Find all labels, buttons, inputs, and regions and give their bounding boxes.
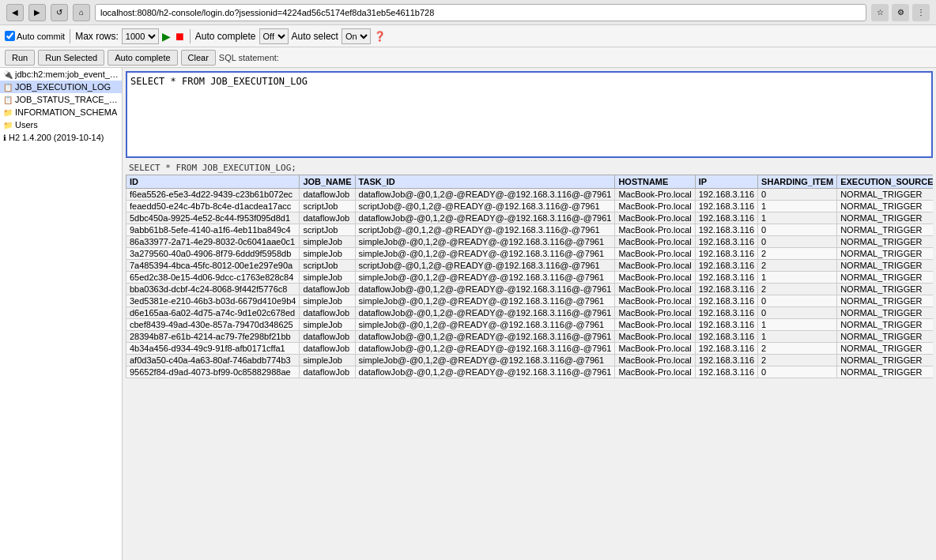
- table-cell: scriptJob: [300, 224, 355, 236]
- table-cell: NORMAL_TRIGGER: [837, 260, 933, 272]
- table-cell: dataflowJob: [300, 284, 355, 295]
- table-cell: NORMAL_TRIGGER: [837, 248, 933, 260]
- auto-commit-input[interactable]: [5, 31, 15, 41]
- max-rows-select[interactable]: 1000: [122, 28, 159, 44]
- table-cell: 192.168.3.116: [695, 248, 757, 260]
- table-cell: 0: [758, 366, 837, 378]
- auto-select-label: Auto select: [292, 31, 338, 42]
- table-cell: dataflowJob: [300, 212, 355, 224]
- table-cell: simpleJob@-@0,1,2@-@READY@-@192.168.3.11…: [355, 355, 615, 366]
- stop-icon[interactable]: ⏹: [174, 30, 185, 43]
- sidebar-item-information-schema[interactable]: 📁 INFORMATION_SCHEMA: [0, 106, 122, 118]
- sidebar-connection[interactable]: 🔌 jdbc:h2:mem:job_event_storage: [0, 68, 122, 81]
- table-cell: MacBook-Pro.local: [615, 295, 695, 307]
- table-cell: simpleJob: [300, 355, 355, 366]
- col-execution-source: EXECUTION_SOURCE: [837, 175, 933, 189]
- table-cell: NORMAL_TRIGGER: [837, 307, 933, 319]
- clear-button[interactable]: Clear: [181, 50, 216, 66]
- table-cell: MacBook-Pro.local: [615, 272, 695, 284]
- table-cell: NORMAL_TRIGGER: [837, 319, 933, 331]
- auto-complete-button[interactable]: Auto complete: [108, 50, 177, 66]
- table-header-row: ID JOB_NAME TASK_ID HOSTNAME IP SHARDING…: [126, 175, 934, 189]
- table-row[interactable]: 4b34a456-d934-49c9-91f8-afb0171cffa1data…: [126, 343, 934, 355]
- table-row[interactable]: af0d3a50-c40a-4a63-80af-746abdb774b3simp…: [126, 355, 934, 366]
- auto-commit-checkbox[interactable]: Auto commit: [5, 31, 65, 41]
- extensions-icon[interactable]: ⚙: [892, 4, 909, 21]
- table-cell: 0: [758, 224, 837, 236]
- table-cell: dataflowJob: [300, 331, 355, 343]
- table-cell: 1: [758, 331, 837, 343]
- table-row[interactable]: 28394b87-e61b-4214-ac79-7fe298bf21bbdata…: [126, 331, 934, 343]
- col-sharding: SHARDING_ITEM: [758, 175, 837, 189]
- forward-button[interactable]: ▶: [28, 4, 46, 21]
- table-cell: scriptJob@-@0,1,2@-@READY@-@192.168.3.11…: [355, 260, 615, 272]
- table-row[interactable]: cbef8439-49ad-430e-857a-79470d348625simp…: [126, 319, 934, 331]
- table-cell: simpleJob: [300, 248, 355, 260]
- table-cell: 2: [758, 248, 837, 260]
- table-row[interactable]: 95652f84-d9ad-4073-bf99-0c85882988aedata…: [126, 366, 934, 378]
- sep1: [70, 29, 70, 43]
- sql-editor[interactable]: SELECT * FROM JOB_EXECUTION_LOG: [126, 71, 933, 158]
- menu-icon[interactable]: ⋮: [912, 4, 930, 21]
- table-cell: 192.168.3.116: [695, 295, 757, 307]
- bookmark-icon[interactable]: ☆: [871, 4, 889, 21]
- auto-select-select[interactable]: On Off: [342, 28, 371, 44]
- table-cell: 3ed5381e-e210-46b3-b03d-6679d410e9b4: [126, 295, 300, 307]
- table-row[interactable]: feaedd50-e24c-4b7b-8c4e-d1acdea17accscri…: [126, 201, 934, 212]
- table-cell: bba0363d-dcbf-4c24-8068-9f442f5776c8: [126, 284, 300, 295]
- table-cell: simpleJob: [300, 295, 355, 307]
- col-task-id: TASK_ID: [355, 175, 615, 189]
- table-cell: NORMAL_TRIGGER: [837, 224, 933, 236]
- table-cell: MacBook-Pro.local: [615, 307, 695, 319]
- url-bar[interactable]: [95, 4, 866, 21]
- results-table: ID JOB_NAME TASK_ID HOSTNAME IP SHARDING…: [126, 175, 933, 378]
- table-cell: scriptJob: [300, 260, 355, 272]
- run-selected-button[interactable]: Run Selected: [38, 50, 104, 66]
- table-cell: 192.168.3.116: [695, 307, 757, 319]
- table-cell: MacBook-Pro.local: [615, 331, 695, 343]
- table-cell: MacBook-Pro.local: [615, 224, 695, 236]
- table-row[interactable]: 65ed2c38-0e15-4d06-9dcc-c1763e828c84simp…: [126, 272, 934, 284]
- table-icon-2: 📋: [3, 96, 13, 104]
- info-icon: ℹ: [3, 133, 6, 142]
- table-row[interactable]: 3a279560-40a0-4906-8f79-6ddd9f5958dbsimp…: [126, 248, 934, 260]
- table-cell: dataflowJob: [300, 366, 355, 378]
- table-cell: 192.168.3.116: [695, 212, 757, 224]
- table-row[interactable]: 7a485394-4bca-45fc-8012-00e1e297e90ascri…: [126, 260, 934, 272]
- results-area[interactable]: SELECT * FROM JOB_EXECUTION_LOG; ID JOB_…: [126, 161, 933, 557]
- table-row[interactable]: bba0363d-dcbf-4c24-8068-9f442f5776c8data…: [126, 284, 934, 295]
- table-cell: 2: [758, 343, 837, 355]
- table-cell: simpleJob@-@0,1,2@-@READY@-@192.168.3.11…: [355, 272, 615, 284]
- content-area: SELECT * FROM JOB_EXECUTION_LOG SELECT *…: [123, 68, 936, 560]
- home-button[interactable]: ⌂: [73, 4, 90, 21]
- table-row[interactable]: 3ed5381e-e210-46b3-b03d-6679d410e9b4simp…: [126, 295, 934, 307]
- reload-button[interactable]: ↺: [51, 4, 68, 21]
- sidebar-item-users[interactable]: 📁 Users: [0, 118, 122, 131]
- sidebar: 🔌 jdbc:h2:mem:job_event_storage 📋 JOB_EX…: [0, 68, 123, 560]
- col-id: ID: [126, 175, 300, 189]
- table-cell: 192.168.3.116: [695, 355, 757, 366]
- table-cell: 192.168.3.116: [695, 272, 757, 284]
- table-cell: 95652f84-d9ad-4073-bf99-0c85882988ae: [126, 366, 300, 378]
- connection-icon: 🔌: [3, 70, 13, 79]
- table-cell: NORMAL_TRIGGER: [837, 355, 933, 366]
- run-button[interactable]: Run: [5, 50, 35, 66]
- auto-complete-select[interactable]: Off On: [259, 28, 289, 44]
- back-button[interactable]: ◀: [6, 4, 24, 21]
- table-cell: MacBook-Pro.local: [615, 189, 695, 201]
- table-row[interactable]: 5dbc450a-9925-4e52-8c44-f953f095d8d1data…: [126, 212, 934, 224]
- table-cell: 4b34a456-d934-49c9-91f8-afb0171cffa1: [126, 343, 300, 355]
- table-cell: 5dbc450a-9925-4e52-8c44-f953f095d8d1: [126, 212, 300, 224]
- sidebar-item-job-execution-log[interactable]: 📋 JOB_EXECUTION_LOG: [0, 81, 122, 93]
- table-row[interactable]: d6e165aa-6a02-4d75-a74c-9d1e02c678eddata…: [126, 307, 934, 319]
- table-row[interactable]: f6ea5526-e5e3-4d22-9439-c23b61b072ecdata…: [126, 189, 934, 201]
- run-icon[interactable]: ▶: [162, 30, 171, 43]
- table-row[interactable]: 86a33977-2a71-4e29-8032-0c6041aae0c1simp…: [126, 236, 934, 248]
- table-row[interactable]: 9abb61b8-5efe-4140-a1f6-4eb11ba849c4scri…: [126, 224, 934, 236]
- table-cell: MacBook-Pro.local: [615, 236, 695, 248]
- help-icon[interactable]: ❓: [374, 31, 386, 42]
- table-cell: NORMAL_TRIGGER: [837, 284, 933, 295]
- sidebar-item-job-status-trace-log[interactable]: 📋 JOB_STATUS_TRACE_LOG: [0, 93, 122, 106]
- table-cell: 2: [758, 355, 837, 366]
- sidebar-label-5: H2 1.4.200 (2019-10-14): [9, 133, 104, 142]
